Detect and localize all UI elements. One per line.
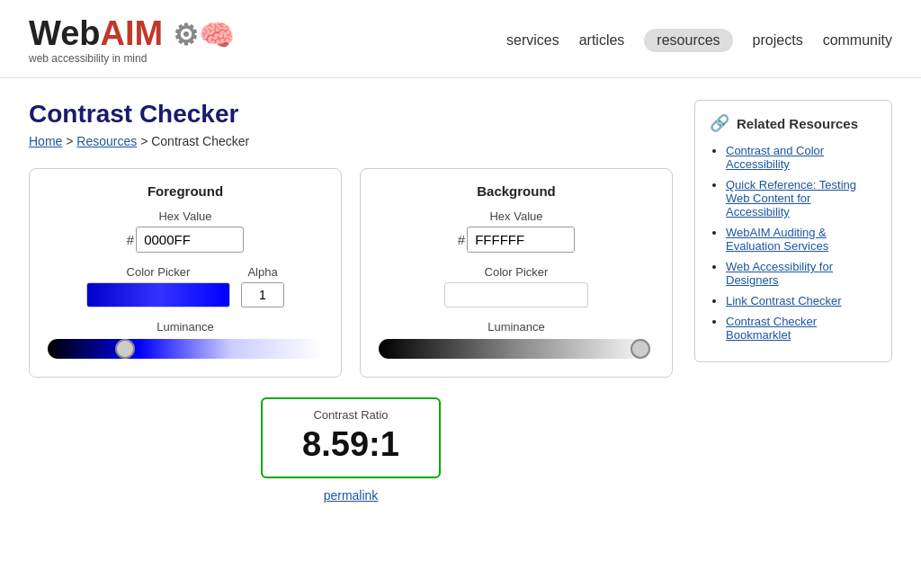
contrast-label: Contrast Ratio xyxy=(277,408,425,422)
background-title: Background xyxy=(379,183,654,199)
sidebar-header: 🔗 Related Resources xyxy=(710,113,877,133)
resource-link-5[interactable]: Contrast Checker Bookmarklet xyxy=(726,315,817,342)
related-resources-list: Contrast and Color Accessibility Quick R… xyxy=(710,144,877,342)
nav-community[interactable]: community xyxy=(823,32,892,49)
background-hex-label: Hex Value xyxy=(379,209,654,223)
list-item: Contrast Checker Bookmarklet xyxy=(726,315,877,342)
nav-projects[interactable]: projects xyxy=(753,32,803,49)
background-luminance-label: Luminance xyxy=(379,320,654,334)
foreground-alpha-area: Alpha xyxy=(241,265,284,307)
background-hex-row: # xyxy=(379,227,654,253)
page-title: Contrast Checker xyxy=(29,100,673,129)
breadcrumb-separator: > xyxy=(140,134,151,148)
checker-panels: Foreground Hex Value # Color Picker Alph… xyxy=(29,168,673,378)
list-item: Web Accessibility for Designers xyxy=(726,260,877,287)
foreground-luminance-label: Luminance xyxy=(48,320,323,334)
foreground-picker-label: Color Picker xyxy=(86,265,230,279)
contrast-ratio-box: Contrast Ratio 8.59:1 xyxy=(261,397,441,478)
logo-web: Web xyxy=(29,14,101,52)
resource-link-2[interactable]: WebAIM Auditing & Evaluation Services xyxy=(726,226,828,253)
foreground-hash: # xyxy=(127,232,134,247)
main-layout: Contrast Checker Home > Resources > Cont… xyxy=(0,78,921,524)
resource-link-4[interactable]: Link Contrast Checker xyxy=(726,294,842,307)
logo-text: WebAIM ⚙🧠 xyxy=(29,16,235,50)
foreground-alpha-input[interactable] xyxy=(241,282,284,307)
foreground-title: Foreground xyxy=(48,183,323,199)
brain-gear-icon: ⚙🧠 xyxy=(173,19,235,51)
nav-articles[interactable]: articles xyxy=(579,32,625,49)
header: WebAIM ⚙🧠 web accessibility in mind serv… xyxy=(0,0,921,78)
background-hex-input[interactable] xyxy=(467,227,575,253)
background-hash: # xyxy=(458,232,465,247)
foreground-picker-area: Color Picker xyxy=(86,265,230,307)
background-panel: Background Hex Value # Color Picker Lumi… xyxy=(360,168,673,378)
list-item: Contrast and Color Accessibility xyxy=(726,144,877,171)
contrast-ratio-value: 8.59:1 xyxy=(277,425,425,464)
sidebar-box: 🔗 Related Resources Contrast and Color A… xyxy=(694,100,892,362)
list-item: Link Contrast Checker xyxy=(726,294,877,307)
resource-link-3[interactable]: Web Accessibility for Designers xyxy=(726,260,833,287)
background-picker-label: Color Picker xyxy=(444,265,588,279)
link-icon: 🔗 xyxy=(710,113,729,133)
background-luminance-slider[interactable] xyxy=(379,339,654,359)
list-item: WebAIM Auditing & Evaluation Services xyxy=(726,226,877,253)
permalink-link[interactable]: permalink xyxy=(324,488,379,503)
breadcrumb-resources[interactable]: Resources xyxy=(76,134,137,148)
foreground-panel: Foreground Hex Value # Color Picker Alph… xyxy=(29,168,342,378)
foreground-picker-row: Color Picker Alpha xyxy=(48,265,323,307)
foreground-hex-input[interactable] xyxy=(136,227,244,253)
main-content: Contrast Checker Home > Resources > Cont… xyxy=(29,100,673,503)
foreground-color-bar[interactable] xyxy=(86,282,230,307)
resource-link-0[interactable]: Contrast and Color Accessibility xyxy=(726,144,824,171)
resource-link-1[interactable]: Quick Reference: Testing Web Content for… xyxy=(726,178,856,218)
foreground-hex-label: Hex Value xyxy=(48,209,323,223)
contrast-ratio-number: 8.59 xyxy=(302,425,369,463)
permalink-row: permalink xyxy=(29,487,673,503)
foreground-luminance-slider[interactable] xyxy=(48,339,323,359)
sidebar-title: Related Resources xyxy=(737,116,858,131)
logo-aim: AIM xyxy=(101,14,164,52)
logo: WebAIM ⚙🧠 web accessibility in mind xyxy=(29,16,235,65)
background-picker-area: Color Picker xyxy=(444,265,588,307)
breadcrumb-home[interactable]: Home xyxy=(29,134,62,148)
sidebar: 🔗 Related Resources Contrast and Color A… xyxy=(694,100,892,503)
nav-services[interactable]: services xyxy=(506,32,559,49)
breadcrumb: Home > Resources > Contrast Checker xyxy=(29,134,673,148)
main-nav: services articles resources projects com… xyxy=(506,29,892,52)
background-color-bar[interactable] xyxy=(444,282,588,307)
nav-resources[interactable]: resources xyxy=(644,29,732,52)
background-picker-row: Color Picker xyxy=(379,265,654,307)
foreground-hex-row: # xyxy=(48,227,323,253)
breadcrumb-current: Contrast Checker xyxy=(151,134,249,148)
foreground-alpha-label: Alpha xyxy=(241,265,284,279)
list-item: Quick Reference: Testing Web Content for… xyxy=(726,178,877,218)
logo-tagline: web accessibility in mind xyxy=(29,52,235,65)
contrast-ratio-suffix: :1 xyxy=(369,425,399,463)
